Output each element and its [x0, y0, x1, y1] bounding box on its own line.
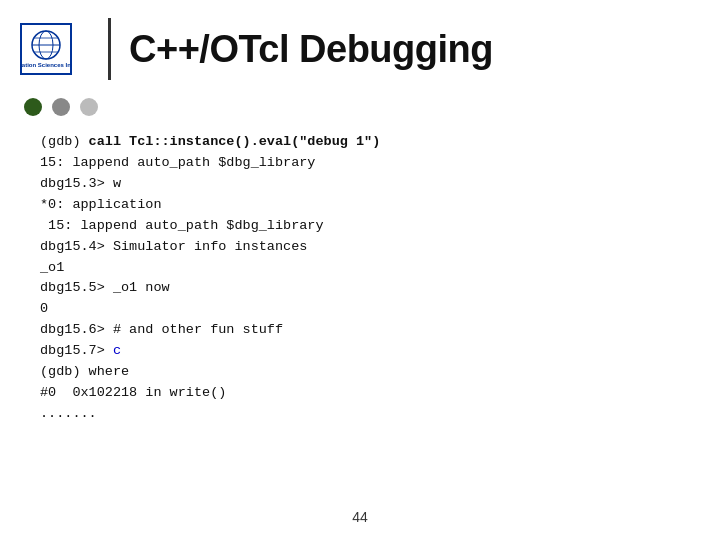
header-divider	[108, 18, 111, 80]
code-line-14: .......	[40, 406, 97, 421]
page-number: 44	[352, 509, 368, 525]
dot-2	[52, 98, 70, 116]
code-line-13: #0 0x102218 in write()	[40, 385, 226, 400]
code-line-12: (gdb) where	[40, 364, 129, 379]
slide-header: Information Sciences Institute C++/OTcl …	[0, 0, 720, 90]
dots-row	[0, 90, 720, 122]
code-block: (gdb) call Tcl::instance().eval("debug 1…	[40, 132, 680, 425]
dot-1	[24, 98, 42, 116]
code-line-5: 15: lappend auto_path $dbg_library	[40, 218, 324, 233]
svg-text:Information Sciences Institute: Information Sciences Institute	[20, 62, 72, 68]
isi-logo-icon: Information Sciences Institute	[20, 23, 72, 75]
code-line-11-c: c	[113, 343, 121, 358]
slide-title: C++/OTcl Debugging	[129, 28, 493, 71]
code-line-1: (gdb)	[40, 134, 89, 149]
code-line-11: dbg15.7>	[40, 343, 113, 358]
code-line-1-bold: call Tcl::instance().eval("debug 1")	[89, 134, 381, 149]
code-line-2: 15: lappend auto_path $dbg_library	[40, 155, 315, 170]
code-line-10: dbg15.6> # and other fun stuff	[40, 322, 283, 337]
code-line-9: 0	[40, 301, 48, 316]
slide: Information Sciences Institute C++/OTcl …	[0, 0, 720, 540]
dot-3	[80, 98, 98, 116]
code-line-3: dbg15.3> w	[40, 176, 121, 191]
code-line-4: *0: application	[40, 197, 162, 212]
code-line-8: dbg15.5> _o1 now	[40, 280, 170, 295]
content-area: (gdb) call Tcl::instance().eval("debug 1…	[0, 122, 720, 500]
slide-footer: 44	[0, 500, 720, 540]
code-line-6: dbg15.4> Simulator info instances	[40, 239, 307, 254]
code-line-7: _o1	[40, 260, 64, 275]
logo-area: Information Sciences Institute	[20, 23, 72, 75]
